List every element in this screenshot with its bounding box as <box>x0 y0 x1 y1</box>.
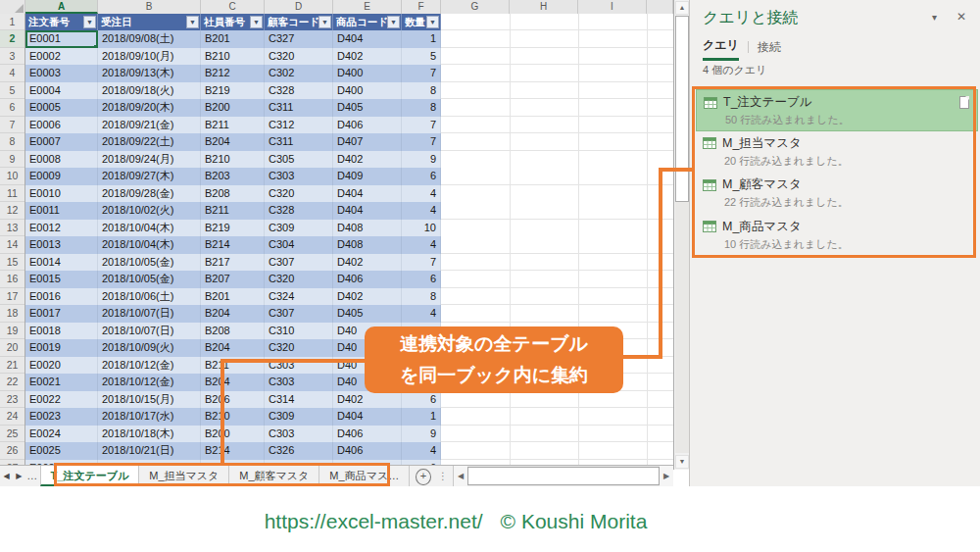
filter-dropdown-icon[interactable]: ▼ <box>186 16 199 28</box>
table-cell[interactable]: E0010 <box>25 185 98 203</box>
table-cell[interactable]: D404 <box>333 185 402 203</box>
empty-cells[interactable] <box>441 14 673 465</box>
row-number[interactable]: 6 <box>0 99 24 117</box>
vertical-scroll-thumb[interactable] <box>675 16 689 202</box>
scroll-up-icon[interactable]: ▲ <box>675 1 689 15</box>
table-cell[interactable]: 2018/10/02(火) <box>98 202 201 220</box>
filter-dropdown-icon[interactable]: ▼ <box>83 16 96 28</box>
table-cell[interactable]: 2018/09/28(金) <box>98 185 201 203</box>
table-cell[interactable]: 4 <box>402 442 441 460</box>
table-cell[interactable]: 2018/10/06(土) <box>98 288 201 306</box>
next-sheet-icon[interactable]: ▶ <box>13 466 25 486</box>
table-cell[interactable]: B204 <box>201 305 265 323</box>
table-cell[interactable]: B204 <box>201 339 265 357</box>
table-cell[interactable]: B206 <box>201 391 265 409</box>
table-cell[interactable]: C310 <box>265 323 333 340</box>
table-cell[interactable]: 2018/09/22(土) <box>98 133 201 151</box>
column-letter[interactable]: G <box>441 0 510 14</box>
table-cell[interactable]: B211 <box>201 117 265 134</box>
table-cell[interactable]: C303 <box>265 168 333 185</box>
table-cell[interactable]: C327 <box>265 30 333 48</box>
table-cell[interactable]: B208 <box>201 323 265 340</box>
table-cell[interactable]: 6 <box>402 391 441 409</box>
table-cell[interactable]: 2018/10/15(月) <box>98 391 201 409</box>
table-cell[interactable]: 2018/10/05(金) <box>98 254 201 272</box>
table-cell[interactable]: D400 <box>333 65 402 82</box>
table-cell[interactable]: 4 <box>402 236 441 254</box>
table-cell[interactable]: B217 <box>201 254 265 272</box>
table-header-cell[interactable]: 数量▼ <box>402 14 441 30</box>
row-number[interactable]: 20 <box>0 339 24 357</box>
table-cell[interactable]: D402 <box>333 288 402 306</box>
table-cell[interactable]: 2018/10/05(金) <box>98 271 201 288</box>
table-cell[interactable]: 5 <box>402 48 441 66</box>
table-cell[interactable]: 2018/10/12(金) <box>98 374 201 391</box>
filter-dropdown-icon[interactable]: ▼ <box>318 16 331 28</box>
table-cell[interactable]: 8 <box>402 82 441 100</box>
row-number[interactable]: 12 <box>0 202 24 220</box>
table-cell[interactable]: E0020 <box>25 357 98 375</box>
table-cell[interactable]: D402 <box>333 391 402 409</box>
table-cell[interactable]: B211 <box>201 202 265 220</box>
table-cell[interactable]: 9 <box>402 151 441 169</box>
table-cell[interactable]: C314 <box>265 391 333 409</box>
table-cell[interactable]: C307 <box>265 254 333 272</box>
table-cell[interactable]: 1 <box>402 408 441 426</box>
table-cell[interactable]: D408 <box>333 236 402 254</box>
table-cell[interactable]: 7 <box>402 254 441 272</box>
row-number[interactable]: 1 <box>0 14 24 30</box>
scroll-right-icon[interactable]: ▶ <box>660 466 673 486</box>
sheet-overflow-dots[interactable]: … <box>25 466 40 486</box>
table-cell[interactable]: E0001 <box>25 30 98 48</box>
column-letter[interactable] <box>647 0 673 14</box>
table-cell[interactable]: E0023 <box>25 408 98 426</box>
table-cell[interactable]: E0013 <box>25 236 98 254</box>
vertical-scrollbar[interactable]: ▲ ▼ <box>673 0 689 470</box>
table-cell[interactable]: B212 <box>201 65 265 82</box>
table-cell[interactable]: C305 <box>265 151 333 169</box>
column-letter[interactable]: F <box>402 0 441 14</box>
row-number[interactable]: 10 <box>0 168 24 185</box>
row-number[interactable]: 18 <box>0 305 24 323</box>
table-cell[interactable]: C311 <box>265 133 333 151</box>
table-cell[interactable]: C328 <box>265 202 333 220</box>
row-number[interactable]: 26 <box>0 442 24 460</box>
row-number[interactable]: 2 <box>0 30 24 48</box>
row-number[interactable]: 19 <box>0 323 24 340</box>
table-cell[interactable]: C312 <box>265 117 333 134</box>
table-cell[interactable]: 2018/10/04(木) <box>98 220 201 237</box>
table-cell[interactable]: 6 <box>402 168 441 185</box>
table-cell[interactable]: E0018 <box>25 323 98 340</box>
filter-dropdown-icon[interactable]: ▼ <box>250 16 263 28</box>
table-cell[interactable]: B200 <box>201 426 265 443</box>
table-cell[interactable]: 2018/09/27(木) <box>98 168 201 185</box>
row-number[interactable]: 22 <box>0 374 24 391</box>
table-cell[interactable]: 4 <box>402 202 441 220</box>
table-cell[interactable]: E0003 <box>25 65 98 82</box>
table-cell[interactable]: C304 <box>265 236 333 254</box>
table-cell[interactable]: B214 <box>201 236 265 254</box>
table-cell[interactable]: E0011 <box>25 202 98 220</box>
table-cell[interactable]: 2018/09/20(木) <box>98 99 201 117</box>
table-cell[interactable]: B204 <box>201 374 265 391</box>
row-number[interactable]: 25 <box>0 426 24 443</box>
row-number[interactable]: 3 <box>0 48 24 66</box>
table-cell[interactable]: 4 <box>402 305 441 323</box>
table-cell[interactable]: 2018/09/18(火) <box>98 82 201 100</box>
table-cell[interactable]: 2018/10/21(日) <box>98 442 201 460</box>
table-cell[interactable]: B203 <box>201 168 265 185</box>
filter-dropdown-icon[interactable]: ▼ <box>387 16 400 28</box>
table-cell[interactable]: C311 <box>265 99 333 117</box>
row-number[interactable]: 11 <box>0 185 24 203</box>
row-number[interactable]: 17 <box>0 288 24 306</box>
row-number[interactable]: 16 <box>0 271 24 288</box>
table-header-cell[interactable]: 社員番号▼ <box>201 14 265 30</box>
scroll-left-icon[interactable]: ◀ <box>454 466 467 486</box>
table-cell[interactable]: C309 <box>265 408 333 426</box>
table-cell[interactable]: 2018/09/08(土) <box>98 30 201 48</box>
table-cell[interactable]: D404 <box>333 30 402 48</box>
table-cell[interactable]: 9 <box>402 426 441 443</box>
table-cell[interactable]: 2018/10/07(日) <box>98 305 201 323</box>
table-cell[interactable]: E0007 <box>25 133 98 151</box>
table-cell[interactable]: 7 <box>402 117 441 134</box>
